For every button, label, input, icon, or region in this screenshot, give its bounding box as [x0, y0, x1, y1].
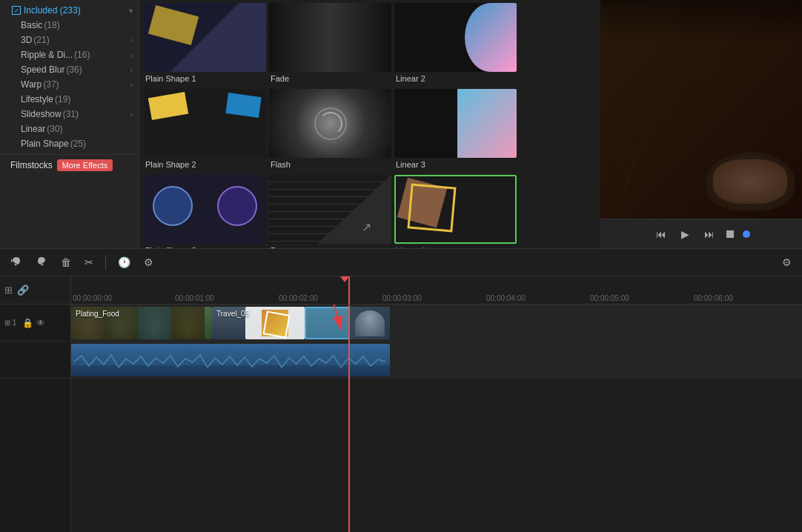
timeline-left-col: ⊞ 🔗 — [0, 276, 71, 304]
forward-button[interactable]: ⏭ — [701, 225, 718, 243]
preview-background — [600, 0, 802, 219]
slideshow-count: (31) — [63, 109, 79, 119]
effect-item-linear4[interactable]: Linear 4 — [394, 175, 517, 248]
more-effects-button[interactable]: More Effects — [57, 159, 113, 171]
effect-thumb-linear3 — [394, 89, 517, 158]
effect-thumb-plain1 — [144, 3, 266, 72]
sidebar-item-3d[interactable]: 3D (21) › — [0, 33, 139, 47]
time-1: 00:00:01:00 — [175, 294, 214, 302]
timeline-header: ⊞ 🔗 00:00:00:00 00:00:01:00 00:00:02:00 … — [0, 276, 802, 305]
effect-thumb-plain3 — [144, 175, 266, 244]
effect-item-flash[interactable]: Flash — [269, 89, 391, 172]
basic-label: Basic — [21, 20, 42, 30]
effect-label-flash: Flash — [269, 158, 391, 169]
speed-label: Speed Blur — [21, 64, 64, 75]
slideshow-label: Slideshow — [21, 109, 62, 119]
track-label-col: ⊞ 1 🔒 👁 — [0, 305, 71, 532]
plain-count: (25) — [70, 139, 86, 149]
waveform-svg — [74, 353, 385, 368]
history-button[interactable]: 🕐 — [113, 253, 135, 271]
add-track-icon[interactable]: ⊞ — [4, 285, 13, 296]
svg-line-2 — [637, 126, 652, 152]
visibility-icon[interactable]: 👁 — [36, 318, 45, 328]
waveform-lines — [71, 350, 390, 368]
effect-item-plain3[interactable]: Plain Shape 3 — [144, 175, 266, 248]
effect-overlay-thumb — [262, 310, 288, 336]
time-4: 00:00:04:00 — [486, 294, 526, 302]
sidebar-item-lifestyle[interactable]: Lifestyle (19) — [0, 92, 139, 107]
video-track[interactable]: Plating_Food Travel_05 — [71, 305, 802, 342]
time-6: 00:00:06:00 — [694, 294, 733, 302]
record-button[interactable] — [743, 230, 750, 238]
effects-sidebar: ✓ Included (233) ▾ Basic (18) 3D (21) › … — [0, 0, 139, 248]
clip-travel-05[interactable]: Travel_05 — [212, 307, 390, 339]
plain-label: Plain Shape — [21, 139, 69, 149]
sidebar-item-plain[interactable]: Plain Shape (25) — [0, 136, 139, 151]
effect-item-linear1[interactable]: Linear 2 — [394, 3, 517, 86]
toolbar-separator-1 — [105, 255, 106, 270]
chevron-right-icon-2: › — [130, 51, 133, 59]
sidebar-item-basic[interactable]: Basic (18) — [0, 18, 139, 33]
linear-label: Linear — [21, 124, 45, 134]
svg-line-1 — [615, 130, 637, 152]
lifestyle-label: Lifestyle — [21, 94, 53, 104]
checkbox-icon: ✓ — [12, 6, 21, 15]
play-button[interactable]: ▶ — [678, 225, 692, 243]
timeline-ruler[interactable]: 00:00:00:00 00:00:01:00 00:00:02:00 00:0… — [71, 276, 802, 304]
effect-item-plain2[interactable]: Plain Shape 2 — [144, 89, 266, 172]
effect-thumb-bar: ↗ — [269, 175, 391, 244]
clip-mini-img — [349, 307, 390, 339]
time-3: 00:00:03:00 — [382, 294, 422, 302]
settings-button[interactable]: ⚙ — [778, 253, 796, 271]
adjust-button[interactable]: ⚙ — [139, 253, 158, 271]
redo-button[interactable] — [31, 253, 52, 273]
playhead-triangle — [340, 276, 349, 282]
speed-count: (36) — [66, 64, 82, 75]
included-label: Included (233) — [24, 5, 81, 16]
ripple-label: Ripple & Di... — [21, 50, 73, 60]
clip-plating-food[interactable]: Plating_Food — [71, 307, 212, 339]
track-label-video: ⊞ 1 🔒 👁 — [0, 305, 70, 342]
link-icon[interactable]: 🔗 — [17, 285, 29, 296]
undo-button[interactable] — [6, 253, 27, 273]
effect-item-fade[interactable]: Fade — [269, 3, 391, 86]
stop-button[interactable] — [726, 230, 734, 238]
effect-item-linear3[interactable]: Linear 3 — [394, 89, 517, 172]
clip-person — [355, 310, 385, 336]
track-playhead — [348, 305, 350, 532]
delete-button[interactable]: 🗑 — [56, 253, 76, 271]
food-items — [713, 159, 787, 204]
3d-count: (21) — [33, 35, 49, 45]
rewind-button[interactable]: ⏮ — [653, 225, 669, 243]
clip-plating-label: Plating_Food — [73, 308, 122, 319]
linear-count: (30) — [47, 124, 62, 134]
bar-diagonal — [317, 175, 391, 244]
audio-clip[interactable] — [71, 344, 390, 376]
lock-icon[interactable]: 🔒 — [22, 318, 33, 328]
time-0: 00:00:00:00 — [73, 294, 112, 302]
chevron-right-icon-3: › — [130, 66, 133, 74]
effect-overlay — [245, 307, 305, 339]
chevron-down-icon: ▾ — [129, 7, 133, 15]
sidebar-item-warp[interactable]: Warp (37) › — [0, 77, 139, 92]
effect-item-plain1[interactable]: Plain Shape 1 — [144, 3, 266, 86]
sidebar-item-speed[interactable]: Speed Blur (36) › — [0, 62, 139, 77]
track-content: Plating_Food Travel_05 — [71, 305, 802, 532]
sidebar-item-linear[interactable]: Linear (30) — [0, 122, 139, 136]
effect-thumb-linear1 — [394, 3, 517, 72]
top-gradient — [600, 0, 802, 44]
timeline-area: ⊞ 🔗 00:00:00:00 00:00:01:00 00:00:02:00 … — [0, 276, 802, 532]
effect-thumb-fade — [269, 3, 391, 72]
chevron-right-icon-4: › — [130, 81, 133, 89]
sidebar-item-included[interactable]: ✓ Included (233) ▾ — [0, 3, 139, 18]
effect-item-bar[interactable]: ↗ Bar — [269, 175, 391, 248]
effect-label-fade: Fade — [269, 72, 391, 83]
chevron-right-icon-5: › — [130, 110, 133, 119]
sidebar-item-slideshow[interactable]: Slideshow (31) › — [0, 107, 139, 122]
filmstocks-row: Filmstocks More Effects — [0, 154, 139, 176]
basic-count: (18) — [44, 20, 59, 30]
cut-button[interactable]: ✂ — [80, 253, 98, 271]
spinner-icon — [319, 112, 342, 136]
audio-track[interactable] — [71, 342, 802, 379]
sidebar-item-ripple[interactable]: Ripple & Di... (16) › — [0, 47, 139, 62]
